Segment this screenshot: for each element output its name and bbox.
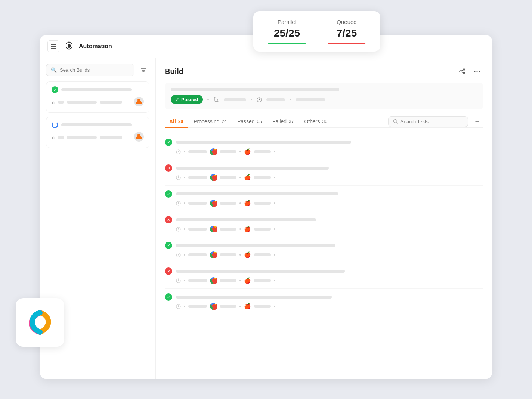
- test-status-failed-2: ✕: [165, 164, 172, 172]
- test-status-passed-1: ✓: [165, 139, 172, 146]
- stats-popup: Parallel 25/25 Queued 7/25: [253, 11, 380, 52]
- tab-passed[interactable]: Passed 05: [233, 115, 266, 128]
- tab-failed-label: Failed: [272, 118, 287, 124]
- tests-filter-button[interactable]: [471, 115, 483, 127]
- test-row-2: ✕: [165, 160, 483, 186]
- dot-3: [274, 151, 275, 152]
- clock-icon-4: [176, 227, 181, 232]
- apple-icon-7: 🍎: [244, 303, 251, 310]
- share-button[interactable]: [456, 65, 468, 77]
- queued-label: Queued: [337, 19, 356, 25]
- tabs-bar: All 20 Processing 24 Passed 05 Failed 37: [165, 115, 483, 128]
- extra-info-skeleton: [296, 98, 325, 101]
- chrome-icon-7: [210, 303, 217, 310]
- svg-point-7: [474, 71, 476, 72]
- search-builds-box[interactable]: 🔍: [46, 64, 134, 76]
- build-info-bar: ✓ Passed: [165, 83, 483, 109]
- build-info-top: [171, 88, 477, 91]
- test-row-4-top: ✕: [165, 216, 483, 223]
- build-info-bottom: ✓ Passed: [171, 95, 477, 104]
- clock-icon-2: [176, 175, 181, 180]
- test-meta-3: 🍎: [165, 200, 483, 207]
- test-row-1: ✓: [165, 134, 483, 160]
- app-title: Automation: [79, 43, 112, 50]
- tab-passed-label: Passed: [237, 118, 255, 124]
- meta-skeleton-4: [58, 136, 64, 139]
- tab-all[interactable]: All 20: [165, 115, 188, 128]
- chrome-icon-1: [210, 148, 217, 155]
- build-card-1-meta: ⋔: [52, 97, 144, 108]
- more-button[interactable]: [471, 65, 483, 77]
- test-meta-4: 🍎: [165, 226, 483, 232]
- filter-button[interactable]: [137, 64, 149, 76]
- search-tests-icon: [393, 119, 398, 124]
- dot-6: [274, 177, 275, 178]
- test-name-skeleton-5: [176, 244, 335, 247]
- dot-11: [239, 228, 241, 230]
- parallel-label: Parallel: [278, 19, 296, 25]
- chrome-icon-2: [210, 174, 217, 181]
- test-list: ✓: [165, 134, 483, 314]
- svg-point-5: [463, 72, 465, 74]
- build-card-2[interactable]: ⋔: [46, 117, 149, 148]
- test-meta-2: 🍎: [165, 174, 483, 181]
- svg-point-1: [137, 99, 140, 102]
- logo-card: [16, 298, 64, 347]
- dot-7: [184, 202, 185, 204]
- apple-icon-5: 🍎: [244, 251, 251, 258]
- search-builds-icon: 🔍: [51, 67, 57, 73]
- dot-12: [274, 228, 275, 230]
- tab-failed[interactable]: Failed 37: [268, 115, 299, 128]
- os-text-5: [254, 253, 271, 256]
- dot-1: [184, 151, 185, 152]
- apple-icon-6: 🍎: [244, 277, 251, 284]
- passed-badge: ✓ Passed: [171, 95, 203, 104]
- check-icon: ✓: [175, 97, 179, 102]
- clock-icon-6: [176, 278, 181, 283]
- tab-others[interactable]: Others 36: [300, 115, 331, 128]
- test-row-3: ✓: [165, 186, 483, 211]
- branch-info-icon: [213, 97, 219, 103]
- tab-all-label: All: [169, 118, 176, 124]
- browser-text-6: [220, 279, 236, 282]
- test-row-4: ✕: [165, 211, 483, 237]
- apple-icon-4: 🍎: [244, 226, 251, 232]
- time-5: [188, 253, 207, 256]
- build-name-skeleton: [171, 88, 339, 91]
- menu-button[interactable]: [47, 40, 59, 52]
- dot-19: [184, 306, 185, 307]
- dot-13: [184, 254, 185, 256]
- build-card-1-top: ✓: [52, 86, 144, 93]
- dot-17: [239, 280, 241, 281]
- time-3: [188, 202, 207, 205]
- test-status-passed-5: ✓: [165, 242, 172, 249]
- search-tests-input[interactable]: [400, 119, 463, 124]
- parallel-value: 25/25: [274, 27, 300, 39]
- browser-text-2: [220, 176, 236, 179]
- time-skeleton: [266, 98, 285, 101]
- dot-18: [274, 280, 275, 281]
- test-name-skeleton-2: [176, 167, 329, 170]
- dot-divider-1: [207, 99, 209, 100]
- svg-point-8: [477, 71, 478, 72]
- svg-point-4: [463, 69, 465, 70]
- os-text-6: [254, 279, 271, 282]
- search-tests-box[interactable]: [388, 116, 468, 127]
- test-row-1-top: ✓: [165, 139, 483, 146]
- branch-name-skeleton: [224, 98, 246, 101]
- build-card-1[interactable]: ✓ ⋔: [46, 81, 149, 113]
- content-header: Build: [165, 65, 483, 77]
- search-builds-input[interactable]: [60, 67, 130, 73]
- build-title-skeleton: [61, 88, 132, 91]
- browser-text-4: [220, 228, 236, 231]
- tab-all-count: 20: [178, 119, 183, 124]
- browser-text-7: [220, 305, 236, 308]
- tab-processing-count: 24: [222, 119, 227, 124]
- tests-filter-icon: [474, 118, 480, 124]
- app-body: 🔍 ✓: [40, 58, 492, 379]
- test-status-failed-6: ✕: [165, 267, 172, 275]
- test-name-skeleton-4: [176, 218, 316, 221]
- tab-processing[interactable]: Processing 24: [189, 115, 231, 128]
- main-container: Parallel 25/25 Queued 7/25 Automation: [0, 0, 532, 399]
- tab-processing-label: Processing: [194, 118, 219, 124]
